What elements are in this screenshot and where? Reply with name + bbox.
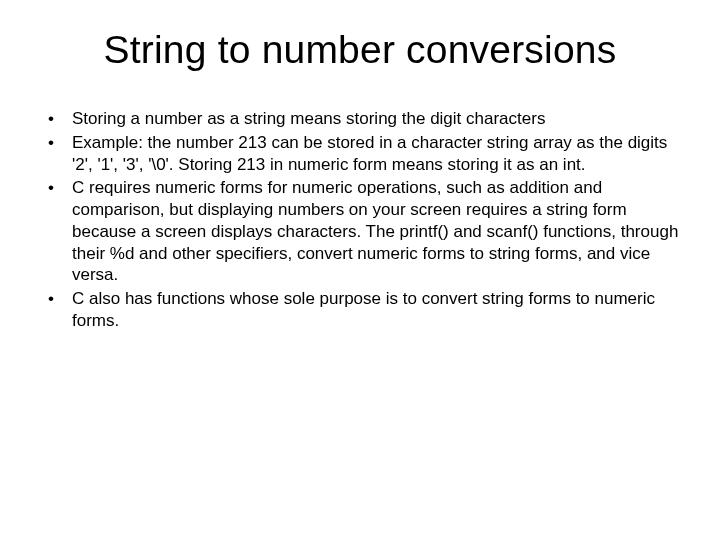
list-item: C also has functions whose sole purpose … [40,288,680,332]
list-item: Storing a number as a string means stori… [40,108,680,130]
list-item: C requires numeric forms for numeric ope… [40,177,680,286]
slide: String to number conversions Storing a n… [0,0,720,540]
slide-title: String to number conversions [40,28,680,72]
bullet-list: Storing a number as a string means stori… [40,108,680,332]
list-item: Example: the number 213 can be stored in… [40,132,680,176]
